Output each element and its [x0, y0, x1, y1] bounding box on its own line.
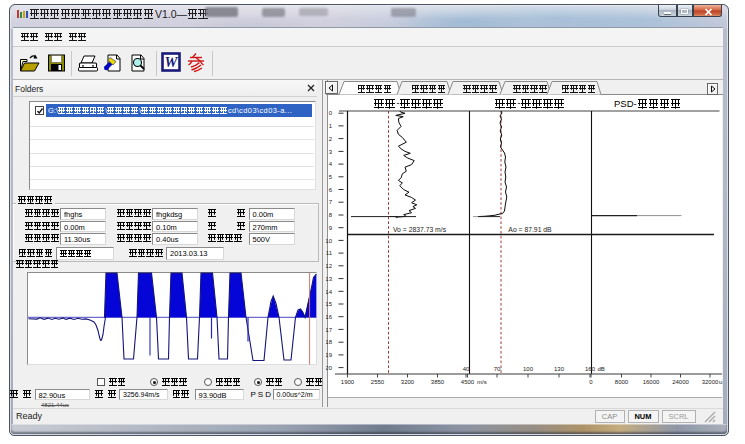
svg-text:100: 100: [523, 366, 534, 372]
svg-text:1: 1: [329, 123, 333, 129]
svg-text:20: 20: [326, 365, 333, 371]
svg-text:12: 12: [326, 263, 333, 269]
svg-text:16000: 16000: [643, 379, 660, 385]
svg-text:Ao = 87.91 dB: Ao = 87.91 dB: [508, 226, 552, 233]
svg-text:13: 13: [326, 276, 333, 282]
svg-text:2550: 2550: [371, 379, 385, 385]
svg-text:24000: 24000: [672, 379, 689, 385]
svg-text:16: 16: [326, 314, 333, 320]
svg-text:8000: 8000: [615, 379, 629, 385]
svg-text:40: 40: [463, 366, 470, 372]
svg-text:9: 9: [329, 225, 333, 231]
svg-text:0: 0: [589, 379, 593, 385]
svg-text:3850: 3850: [431, 379, 445, 385]
svg-text:32000: 32000: [702, 379, 719, 385]
svg-text:10: 10: [326, 238, 333, 244]
svg-text:19: 19: [326, 352, 333, 358]
svg-text:6: 6: [329, 187, 333, 193]
svg-text:dB: dB: [598, 366, 605, 372]
svg-text:0: 0: [329, 110, 333, 116]
svg-text:u: u: [719, 379, 722, 385]
svg-text:11: 11: [326, 250, 333, 256]
svg-text:15: 15: [326, 301, 333, 307]
svg-text:8: 8: [329, 212, 333, 218]
svg-text:1900: 1900: [341, 379, 355, 385]
svg-text:14: 14: [326, 289, 333, 295]
svg-text:7: 7: [329, 199, 333, 205]
svg-text:m/s: m/s: [477, 379, 487, 385]
svg-text:18: 18: [326, 339, 333, 345]
svg-text:3: 3: [329, 149, 333, 155]
svg-text:Vo = 2837.73 m/s: Vo = 2837.73 m/s: [393, 226, 447, 233]
svg-text:3200: 3200: [401, 379, 415, 385]
svg-text:70: 70: [494, 366, 501, 372]
svg-text:160: 160: [585, 366, 596, 372]
svg-text:130: 130: [554, 366, 565, 372]
svg-text:4: 4: [329, 161, 333, 167]
svg-text:4500: 4500: [461, 379, 475, 385]
svg-text:17: 17: [326, 327, 333, 333]
svg-text:W: W: [165, 54, 179, 70]
svg-text:2: 2: [329, 136, 333, 142]
svg-text:5: 5: [329, 174, 333, 180]
